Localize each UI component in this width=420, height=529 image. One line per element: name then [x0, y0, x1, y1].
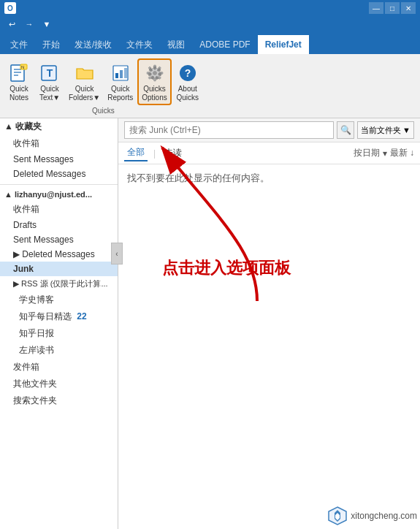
ribbon: N QuickNotes T QuickText▼	[0, 54, 420, 118]
sidebar-item-sent[interactable]: Sent Messages	[0, 232, 118, 247]
content-area: 🔍 当前文件夹 ▼ 全部 | 未读 按日期 ▾ 最新 ↓ 找不到要在此处显示的任…	[118, 118, 420, 529]
svg-point-23	[153, 71, 157, 75]
redo-button[interactable]: →	[22, 18, 37, 31]
search-button[interactable]: 🔍	[337, 121, 354, 139]
sidebar-item-inbox-favorites[interactable]: 收件箱	[0, 135, 118, 152]
sidebar-item-sent-favorites[interactable]: Sent Messages	[0, 152, 118, 167]
maximize-button[interactable]: □	[385, 2, 400, 14]
ribbon-tab-bar: 文件 开始 发送/接收 文件夹 视图 ADOBE PDF ReliefJet	[0, 32, 420, 54]
quick-reports-label: QuickReports	[107, 85, 133, 102]
ribbon-group-quicks: N QuickNotes T QuickText▼	[0, 57, 207, 115]
main-layout: ▲ 收藏夹 收件箱 Sent Messages Deleted Messages…	[0, 118, 420, 529]
svg-rect-15	[153, 78, 156, 81]
about-quicks-button[interactable]: ? AboutQuicks	[173, 60, 202, 104]
tab-start[interactable]: 开始	[35, 35, 67, 54]
filter-all[interactable]: 全部	[124, 145, 148, 161]
search-input[interactable]	[124, 121, 334, 139]
window-controls: — □ ✕	[369, 2, 416, 14]
svg-rect-10	[120, 70, 123, 78]
filter-sort: 按日期 ▾ 最新 ↓	[354, 147, 414, 159]
quick-text-icon: T	[38, 61, 61, 85]
svg-text:N: N	[21, 65, 24, 69]
tab-adobe-pdf[interactable]: ADOBE PDF	[192, 35, 257, 54]
quick-folders-label: QuickFolders▼	[69, 85, 100, 102]
title-bar: O — □ ✕	[0, 0, 420, 16]
sidebar-item-blog[interactable]: 学史博客	[0, 292, 118, 308]
quick-access-toolbar: ↩ → ▼	[0, 16, 420, 32]
search-scope-dropdown[interactable]: 当前文件夹 ▼	[357, 121, 414, 139]
sidebar-item-zhihu-daily-pick[interactable]: 知乎每日精选 22	[0, 308, 118, 325]
quicks-options-icon	[143, 61, 167, 85]
filter-bar: 全部 | 未读 按日期 ▾ 最新 ↓	[118, 142, 420, 164]
sidebar: ▲ 收藏夹 收件箱 Sent Messages Deleted Messages…	[0, 118, 118, 529]
tab-file[interactable]: 文件	[3, 35, 35, 54]
watermark-icon	[327, 506, 348, 526]
sidebar-section-favorites: ▲ 收藏夹 收件箱 Sent Messages Deleted Messages	[0, 118, 118, 181]
sidebar-item-junk[interactable]: Junk	[0, 262, 118, 276]
search-bar: 🔍 当前文件夹 ▼	[118, 118, 420, 142]
filter-unread[interactable]: 未读	[161, 145, 185, 161]
sidebar-item-deleted-favorites[interactable]: Deleted Messages	[0, 167, 118, 181]
tab-view[interactable]: 视图	[160, 35, 192, 54]
quick-reports-button[interactable]: QuickReports	[104, 60, 136, 104]
annotation-text: 点击进入选项面板	[162, 257, 291, 279]
sidebar-section-account: ▲ lizhanyu@njust.ed... 收件箱 Drafts Sent M…	[0, 188, 118, 409]
sidebar-section-favorites-header[interactable]: ▲ 收藏夹	[0, 118, 118, 135]
ribbon-group-label: Quicks	[92, 107, 115, 115]
sidebar-item-drafts[interactable]: Drafts	[0, 218, 118, 232]
tab-reliefjet[interactable]: ReliefJet	[258, 35, 309, 54]
svg-text:T: T	[47, 67, 53, 79]
sidebar-item-deleted[interactable]: ▶ Deleted Messages	[0, 247, 118, 262]
quick-notes-button[interactable]: N QuickNotes	[4, 60, 34, 104]
quick-notes-label: QuickNotes	[9, 85, 28, 102]
quick-reports-icon	[109, 61, 132, 85]
sidebar-separator-1	[0, 184, 118, 185]
quicks-options-label: QuicksOptions	[142, 85, 167, 102]
svg-rect-11	[124, 68, 127, 78]
tab-send-receive[interactable]: 发送/接收	[67, 35, 119, 54]
more-button[interactable]: ▼	[39, 18, 54, 31]
svg-text:?: ?	[184, 67, 191, 79]
svg-rect-9	[115, 73, 118, 78]
sidebar-item-zuoan[interactable]: 左岸读书	[0, 342, 118, 359]
sidebar-item-other-folders[interactable]: 其他文件夹	[0, 376, 118, 392]
sidebar-item-search-folder[interactable]: 搜索文件夹	[0, 392, 118, 409]
quicks-options-button[interactable]: QuicksOptions	[137, 58, 171, 105]
quick-text-button[interactable]: T QuickText▼	[35, 60, 64, 104]
content-empty-message: 找不到要在此处显示的任何内容。	[118, 164, 420, 192]
quick-folders-button[interactable]: QuickFolders▼	[66, 60, 103, 104]
quick-folders-icon	[73, 61, 96, 85]
sidebar-item-inbox[interactable]: 收件箱	[0, 201, 118, 218]
tab-folder[interactable]: 文件夹	[119, 35, 160, 54]
sidebar-item-zhihu-daily[interactable]: 知乎日报	[0, 325, 118, 342]
sidebar-item-rss[interactable]: ▶ RSS 源 (仅限于此计算...	[0, 276, 118, 292]
sidebar-item-outbox[interactable]: 发件箱	[0, 359, 118, 376]
about-quicks-label: AboutQuicks	[176, 85, 199, 102]
about-quicks-icon: ?	[176, 61, 199, 85]
close-button[interactable]: ✕	[401, 2, 416, 14]
watermark-label: xitongcheng.com	[351, 511, 417, 521]
sidebar-section-account-header[interactable]: ▲ lizhanyu@njust.ed...	[0, 188, 118, 201]
quick-text-label: QuickText▼	[39, 85, 60, 102]
zhihu-badge: 22	[77, 311, 86, 321]
minimize-button[interactable]: —	[369, 2, 383, 14]
watermark: xitongcheng.com	[327, 506, 417, 526]
undo-button[interactable]: ↩	[4, 18, 19, 31]
quick-notes-icon: N	[7, 61, 31, 85]
app-icon: O	[4, 2, 16, 14]
sidebar-collapse-button[interactable]: ‹	[111, 243, 123, 264]
ribbon-group-items: N QuickNotes T QuickText▼	[4, 58, 202, 105]
